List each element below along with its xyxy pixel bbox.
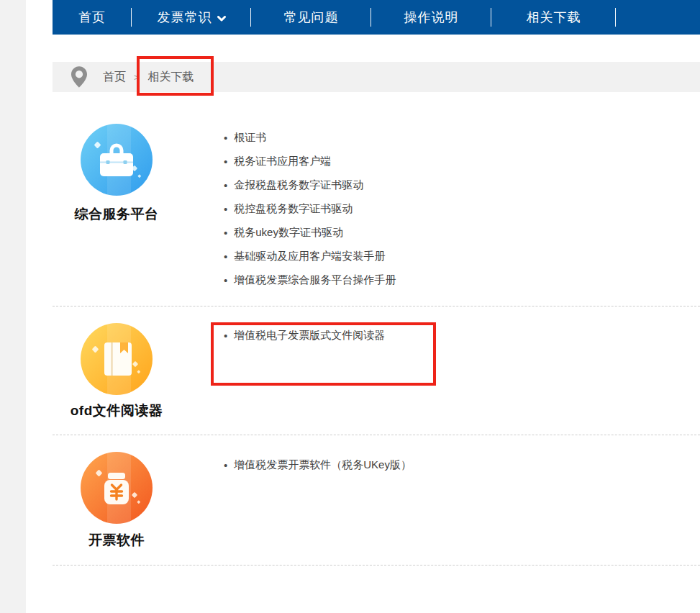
top-navigation: 首页 发票常识 常见问题 操作说明 相关下载 (53, 0, 700, 35)
download-link[interactable]: 税控盘税务数字证书驱动 (224, 197, 396, 221)
download-link[interactable]: 增值税电子发票版式文件阅读器 (224, 324, 385, 348)
section-divider (53, 435, 700, 435)
nav-item-invoice-knowledge[interactable]: 发票常识 (132, 0, 251, 35)
section-divider (53, 565, 700, 566)
download-link-list: 根证书 税务证书应用客户端 金报税盘税务数字证书驱动 税控盘税务数字证书驱动 税… (224, 126, 396, 292)
download-link-list: 增值税电子发票版式文件阅读器 (224, 324, 385, 348)
section-title: 综合服务平台 (30, 205, 203, 224)
download-link[interactable]: 基础驱动及应用客户端安装手册 (224, 245, 396, 268)
nav-item-label: 相关下载 (527, 9, 581, 26)
download-link-list: 增值税发票开票软件（税务UKey版） (224, 453, 412, 477)
download-link[interactable]: 金报税盘税务数字证书驱动 (224, 173, 396, 197)
book-reader-icon (81, 323, 153, 395)
download-link[interactable]: 增值税发票开票软件（税务UKey版） (224, 453, 412, 477)
invoice-jar-icon (81, 452, 153, 524)
nav-item-label: 发票常识 (158, 9, 212, 26)
nav-item-label: 首页 (78, 9, 106, 26)
location-pin-icon (71, 66, 87, 88)
nav-item-label: 操作说明 (404, 9, 459, 26)
download-link[interactable]: 增值税发票综合服务平台操作手册 (224, 268, 396, 292)
section-title: ofd文件阅读器 (30, 401, 203, 420)
section-divider (53, 306, 700, 306)
nav-item-faq[interactable]: 常见问题 (251, 0, 371, 35)
download-link[interactable]: 税务ukey数字证书驱动 (224, 221, 396, 245)
breadcrumb-home[interactable]: 首页 (103, 70, 126, 85)
briefcase-icon (81, 124, 153, 196)
breadcrumb-current: 相关下载 (148, 70, 194, 85)
download-link[interactable]: 根证书 (224, 126, 396, 150)
nav-item-instructions[interactable]: 操作说明 (371, 0, 491, 35)
download-link[interactable]: 税务证书应用客户端 (224, 150, 396, 173)
chevron-down-icon (217, 16, 226, 22)
nav-item-home[interactable]: 首页 (53, 0, 132, 35)
breadcrumb-separator: > (134, 72, 140, 83)
breadcrumb: 首页 > 相关下载 (53, 62, 700, 92)
section-title: 开票软件 (30, 531, 203, 550)
left-gutter (0, 0, 26, 613)
nav-item-label: 常见问题 (284, 9, 339, 26)
nav-item-downloads[interactable]: 相关下载 (491, 0, 616, 35)
